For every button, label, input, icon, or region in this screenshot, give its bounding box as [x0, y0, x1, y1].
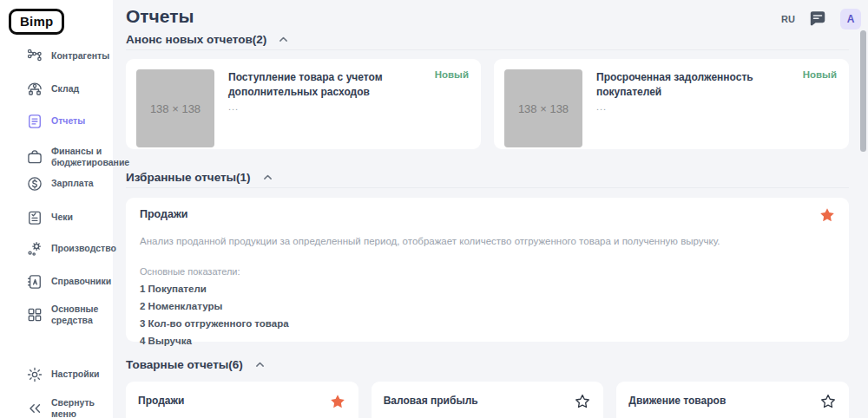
report-title: Валовая прибыль [384, 393, 478, 407]
report-title: Продажи [140, 208, 835, 220]
sidebar-item-directories[interactable]: Справочники [26, 273, 109, 291]
chevron-up-icon[interactable] [278, 34, 289, 45]
report-title: Движение товаров [628, 393, 726, 407]
report-title: Продажи [138, 393, 184, 407]
favorite-star-icon[interactable] [819, 206, 836, 224]
report-title: Просроченная задолженность покупателей [596, 69, 792, 100]
report-image-placeholder: 138 × 138 [504, 69, 582, 147]
sidebar-item-label: Настройки [51, 369, 109, 380]
announcement-card[interactable]: 138 × 138 Просроченная задолженность пок… [494, 59, 849, 149]
new-badge: Новый [803, 69, 837, 80]
metric-item: 4 Выручка [140, 336, 835, 346]
new-badge: Новый [435, 69, 469, 80]
metric-item: 3 Кол-во отгруженного товара [140, 318, 835, 329]
report-subtitle: ... [228, 101, 424, 112]
sidebar-item-reports[interactable]: Отчеты [26, 113, 109, 130]
report-card[interactable]: Валовая прибыль [372, 382, 604, 418]
receipts-icon [26, 209, 43, 226]
sidebar-item-salary[interactable]: Зарплата [26, 175, 109, 193]
warehouse-icon [26, 81, 43, 98]
report-description: Анализ проданной продукции за определенн… [140, 236, 835, 246]
language-selector[interactable]: RU [781, 14, 795, 24]
chevron-up-icon[interactable] [262, 172, 273, 183]
sidebar-item-label: Зарплата [51, 178, 109, 189]
production-gear-icon [26, 240, 43, 258]
section-divider [126, 49, 849, 50]
metrics-label: Основные показатели: [140, 266, 835, 277]
scrollbar [860, 0, 866, 418]
report-title: Поступление товара с учетом дополнительн… [228, 69, 424, 100]
announcement-card[interactable]: 138 × 138 Поступление товара с учетом до… [126, 59, 481, 149]
favorite-star-icon[interactable] [329, 393, 346, 410]
avatar[interactable]: A [840, 9, 861, 29]
sidebar-item-fixed-assets[interactable]: Основные средства [26, 304, 109, 326]
announcement-cards-row: 138 × 138 Поступление товара с учетом до… [126, 59, 849, 149]
report-subtitle: ... [596, 101, 792, 112]
section-header-favorites: Избранные отчеты(1) [126, 171, 273, 184]
sidebar-item-label: Справочники [51, 276, 111, 287]
section-divider [126, 187, 849, 188]
page-title: Отчеты [126, 6, 194, 27]
topbar-controls: RU A [781, 9, 861, 29]
sidebar-item-settings[interactable]: Настройки [26, 366, 109, 383]
sidebar-item-counterparties[interactable]: Контрагенты [26, 48, 109, 65]
product-report-cards-row: Продажи Валовая прибыль Движение товаров [126, 382, 849, 418]
favorite-report-card[interactable]: Продажи Анализ проданной продукции за оп… [126, 198, 849, 342]
collapse-menu-icon [26, 400, 43, 417]
chevron-up-icon[interactable] [254, 359, 266, 370]
metric-item: 2 Номенклатуры [140, 301, 835, 311]
reports-document-icon [26, 113, 43, 130]
sidebar: Bimp Контрагенты Склад [0, 0, 113, 418]
sidebar-item-label: Производство [51, 243, 116, 254]
section-title: Анонс новых отчетов(2) [126, 33, 266, 46]
report-card[interactable]: Продажи [126, 382, 358, 418]
sidebar-item-label: Свернуть меню [51, 397, 109, 418]
counterparties-network-icon [26, 48, 43, 65]
directories-book-icon [26, 273, 43, 291]
finance-bag-icon [26, 148, 43, 166]
sidebar-item-label: Основные средства [51, 304, 109, 326]
sidebar-item-label: Склад [51, 83, 109, 95]
scrollbar-thumb[interactable] [860, 30, 866, 152]
section-title: Товарные отчеты(6) [126, 358, 243, 371]
assets-grid-icon [26, 306, 43, 323]
salary-coin-icon [26, 175, 43, 193]
sidebar-item-label: Чеки [51, 212, 109, 223]
report-card[interactable]: Движение товаров [616, 382, 849, 418]
sidebar-item-warehouse[interactable]: Склад [26, 81, 109, 98]
sidebar-item-production[interactable]: Производство [26, 240, 109, 258]
settings-gear-icon [26, 366, 43, 383]
section-header-announcements: Анонс новых отчетов(2) [126, 33, 289, 46]
sidebar-item-label: Контрагенты [51, 50, 109, 62]
sidebar-item-receipts[interactable]: Чеки [26, 209, 109, 226]
app-logo[interactable]: Bimp [9, 9, 64, 35]
report-image-placeholder: 138 × 138 [136, 69, 214, 147]
sidebar-item-finance[interactable]: Финансы и бюджетирование [26, 146, 109, 168]
section-title: Избранные отчеты(1) [126, 171, 251, 184]
chat-icon[interactable] [808, 10, 827, 29]
favorite-star-outline-icon[interactable] [574, 393, 591, 410]
metric-item: 1 Покупатели [140, 284, 835, 294]
favorite-star-outline-icon[interactable] [819, 393, 837, 410]
main-content: Отчеты RU A Анонс новых отчетов(2) 138 ×… [113, 0, 868, 418]
sidebar-item-label: Отчеты [51, 115, 109, 127]
sidebar-item-collapse-menu[interactable]: Свернуть меню [26, 397, 109, 418]
section-header-product-reports: Товарные отчеты(6) [126, 358, 266, 371]
